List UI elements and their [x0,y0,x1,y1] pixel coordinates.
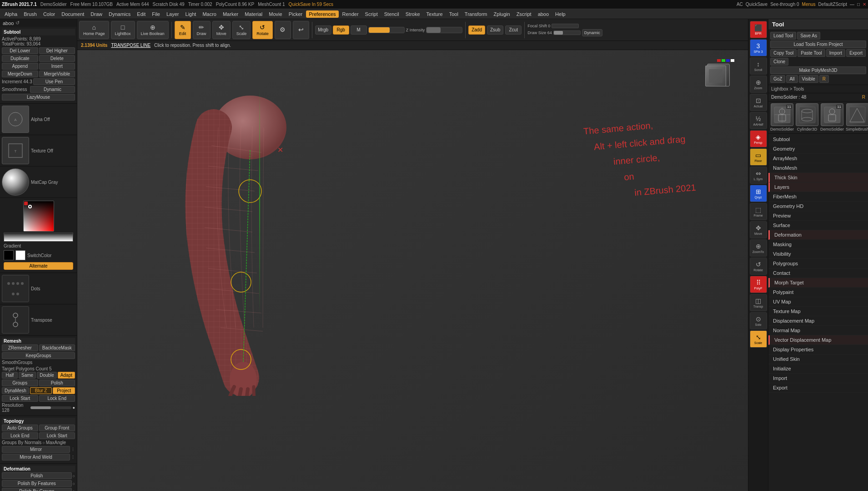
move-icon-btn[interactable]: ✥ Move [750,221,767,238]
matcap-thumb[interactable] [2,168,29,196]
half-btn[interactable]: Half [2,372,18,379]
lsym-btn[interactable]: ⇔ L.Sym [750,167,767,184]
adapt-btn[interactable]: Adapt [58,372,75,379]
scroll-btn[interactable]: ↕ Scroll [750,57,767,75]
tool-item-preview[interactable]: Preview [768,211,868,221]
tool-item-geometry-hd[interactable]: Geometry HD [768,202,868,211]
merge-visible-btn[interactable]: MergeVisible [39,71,75,77]
tool-item-layers[interactable]: Layers [768,182,868,192]
all-btn[interactable]: All [786,75,798,83]
floor-btn[interactable]: ▭ Floor [750,148,767,166]
draw-btn[interactable]: ✏ Draw [193,21,211,39]
menu-color[interactable]: Color [40,10,58,18]
menu-zscript[interactable]: Zscript [514,10,534,18]
nav-cube-container[interactable] [702,59,734,91]
menu-dynamics[interactable]: Dynamics [106,10,133,18]
mesh-thumb-demosoldier-1[interactable]: 11 DemoSoldier [770,103,794,132]
delete-btn[interactable]: Delete [39,55,75,62]
tool-item-displacement-map[interactable]: Displacement Map [768,316,868,326]
mesh-thumb-demosoldier-2[interactable]: 11 DemoSoldier [820,103,844,132]
menu-marker[interactable]: Marker [220,10,241,18]
backface-mask-btn[interactable]: BackfaceMask [39,344,75,351]
tool-item-unified-skin[interactable]: Unified Skin [768,354,868,364]
menu-script[interactable]: Script [362,10,381,18]
visible-btn[interactable]: Visible [799,75,818,83]
polish-features-btn[interactable]: Polish By Features [2,480,72,487]
menu-brush[interactable]: Brush [21,10,40,18]
aboo-refresh-btn[interactable]: ↺ [15,20,20,26]
mesh-thumb-img-2[interactable] [796,103,818,126]
tool-item-fibermesh[interactable]: FiberMesh [768,192,868,202]
menu-zplugin[interactable]: Zplugin [491,10,513,18]
merge-down-btn[interactable]: MergeDown [2,71,38,77]
keep-groups-btn[interactable]: KeepGroups [2,352,75,359]
tool-item-display-properties[interactable]: Display Properties [768,345,868,354]
edit-btn[interactable]: ✎ Edit [175,21,191,39]
tool-item-export[interactable]: Export [768,383,868,393]
tool-item-import[interactable]: Import [768,374,868,383]
r-btn[interactable]: R [819,75,829,83]
menus-btn[interactable]: Menus [802,2,816,7]
menu-preferences[interactable]: Preferences [306,10,338,18]
zcut-btn[interactable]: Zcut [505,25,522,35]
same-btn[interactable]: Same [19,372,36,379]
zoomto-btn[interactable]: ⊕ ZoomTo [750,239,767,257]
mrgb-btn[interactable]: Mrgb [315,25,331,35]
mirror-btn[interactable]: Mirror [2,446,70,453]
lazy-mouse-btn[interactable]: LazyMouse [2,94,75,101]
alpha-thumb[interactable]: A [2,106,29,133]
aahalf-btn[interactable]: ½ AAHalf [750,112,767,129]
menu-alpha[interactable]: Alpha [2,10,20,18]
actual-btn[interactable]: ⊡ Actual [750,94,767,111]
tool-item-morph-target[interactable]: Morph Target [768,278,868,288]
tool-item-masking[interactable]: Masking [768,240,868,249]
insert-btn[interactable]: Insert [39,63,75,70]
menu-document[interactable]: Document [59,10,87,18]
scale-btn[interactable]: ⤡ Scale [232,21,251,39]
menu-picker[interactable]: Picker [286,10,306,18]
tool-item-vector-displacement[interactable]: Vector Displacement Map [768,335,868,345]
alternate-btn[interactable]: Alternate [4,262,73,270]
tool-item-normal-map[interactable]: Normal Map [768,326,868,335]
frame-btn[interactable]: ⬚ Frame [750,203,767,220]
dynamic-btn[interactable]: Dynamic [30,86,75,93]
dynamic-btn[interactable]: Dynamic [582,29,602,36]
export-btn[interactable]: Export [846,49,866,57]
paste-tool-btn[interactable]: Paste Tool [798,49,825,57]
color-square[interactable] [23,201,54,232]
duplicate-btn[interactable]: Duplicate [2,55,38,62]
double-btn[interactable]: Double [37,372,57,379]
close-btn[interactable]: ✕ [863,2,866,7]
tool-item-geometry[interactable]: Geometry [768,144,868,154]
solo-btn[interactable]: ⊙ Solo [750,312,767,329]
menu-stencil[interactable]: Stencil [381,10,402,18]
menu-texture[interactable]: Texture [424,10,446,18]
goz-btn[interactable]: GoZ [770,75,785,83]
bpr-btn[interactable]: ⬛ BPR [750,21,767,38]
zremesher-btn[interactable]: ZRemesher [2,344,38,351]
transpose-line-label[interactable]: TRANSPOSE LINE [111,43,151,48]
resolution-slider[interactable] [30,406,71,409]
menu-macro[interactable]: Macro [200,10,219,18]
polish-groups-btn[interactable]: Polish By Groups [2,488,72,491]
rgb-btn[interactable]: Rgb [333,25,349,35]
minimize-btn[interactable]: — [850,2,854,7]
tool-item-nanomesh[interactable]: NanoMesh [768,163,868,173]
lock-start-btn[interactable]: Lock Start [2,395,38,402]
mesh-thumb-img-1[interactable]: 11 [771,103,793,126]
project-btn[interactable]: Project [53,387,75,394]
quicksave-btn[interactable]: QuickSave [746,2,768,7]
move-btn[interactable]: ✥ Move [212,21,231,39]
menu-edit[interactable]: Edit [134,10,148,18]
live-boolean-btn[interactable]: ⊕ Live Boolean [137,21,169,39]
tool-item-uv-map[interactable]: UV Map [768,297,868,307]
tool-item-arraymesh[interactable]: ArrayMesh [768,154,868,163]
menu-tool[interactable]: Tool [447,10,461,18]
rotate-btn[interactable]: ↺ Rotate [252,21,273,39]
menu-file[interactable]: File [149,10,163,18]
draw-size-slider[interactable] [553,30,581,35]
append-btn[interactable]: Append [2,63,38,70]
color-swatch-white[interactable] [15,250,25,260]
color-picker[interactable] [23,201,54,232]
dyna-mesh-btn[interactable]: DynaMesh [2,387,29,394]
